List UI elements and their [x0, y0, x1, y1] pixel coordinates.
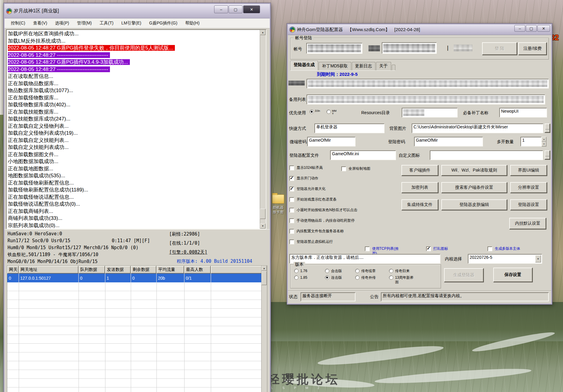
register-renew-button[interactable]: 注册/续费	[518, 42, 547, 55]
launcher-option[interactable]: 手动使用物品后，内挂自动吃药暂停	[289, 218, 383, 229]
priority-option-d3[interactable]: D3n	[310, 110, 320, 114]
checkbox-icon[interactable]	[365, 246, 370, 251]
multi-open-stepper[interactable]: ▲▼	[542, 137, 546, 146]
radio-icon[interactable]	[355, 269, 359, 273]
scroll-down-icon[interactable]: ▼	[260, 223, 265, 229]
remember-option-censored[interactable]	[454, 45, 472, 51]
login-password-input[interactable]: GameOfMir	[414, 137, 483, 146]
scrollbar-thumb[interactable]	[260, 209, 265, 219]
launcher-config-file-input[interactable]: GameOfMir.ini	[330, 150, 396, 160]
action-button[interactable]: 搜索客户端条件设置	[441, 182, 507, 193]
background-image-input[interactable]: C:\Users\Administrator\Desktop\新建文件夹\Mir…	[412, 124, 543, 133]
menu-item[interactable]: 工具(T)	[96, 19, 117, 27]
menu-item[interactable]: 管理(M)	[73, 19, 96, 27]
minimize-button[interactable]: –	[514, 25, 525, 32]
login-button[interactable]: 登 陆	[482, 42, 517, 55]
left-window-titlebar[interactable]: 岁月战神1区 [商业版] – ▢ ✕	[5, 4, 270, 18]
launcher-option[interactable]: 内挂配置文件包含服务器名称	[289, 229, 383, 239]
hook-default-settings-button[interactable]: 内挂默认设置	[509, 218, 546, 229]
version-option[interactable]: 13周年新界面	[389, 275, 436, 284]
save-settings-button[interactable]: 保存设置	[493, 268, 532, 282]
action-button[interactable]: 加密列表	[401, 182, 438, 193]
action-button[interactable]: 登陆器设置	[510, 199, 547, 210]
launcher-option[interactable]: 开始游戏显示红色进度条	[289, 197, 383, 208]
checkbox-icon[interactable]	[289, 208, 294, 213]
radio-icon[interactable]	[355, 275, 359, 280]
version-option[interactable]: 合击版	[325, 269, 355, 273]
radio-icon[interactable]	[294, 275, 298, 280]
col-header[interactable]: 剩余数据	[131, 266, 156, 274]
version-option[interactable]: 传奇续章	[355, 269, 389, 273]
col-header[interactable]: 网关	[7, 266, 19, 274]
menu-item[interactable]: 控制(C)	[7, 19, 29, 27]
desktop-folder-icon[interactable]: 群机器 放卡密	[270, 194, 287, 214]
col-header[interactable]: 队列数据	[79, 266, 105, 274]
table-scrollbar[interactable]: ▲	[261, 266, 267, 392]
server-log[interactable]: 加载IP所在地区查询插件成功... 加载LM反外挂系统成功... 2022-08…	[6, 29, 266, 229]
launcher-option[interactable]: 显示开门动作	[289, 176, 383, 187]
checkbox-icon[interactable]	[487, 246, 492, 251]
checkbox-icon[interactable]	[289, 229, 294, 234]
radio-icon[interactable]	[327, 110, 331, 114]
resource-status-field[interactable]: 东方版本库．正在读取资源，请稍后....	[289, 254, 440, 264]
col-header[interactable]: 平均流量	[156, 266, 184, 274]
version-option[interactable]: 传奇归来	[389, 269, 436, 273]
scroll-up-icon[interactable]: ▲	[260, 30, 265, 35]
col-header[interactable]: 最高人数	[184, 266, 211, 274]
generate-launcher-button[interactable]: 生成登陆器	[444, 268, 484, 282]
radio-icon[interactable]	[389, 269, 393, 273]
version-option[interactable]: 传奇外传	[355, 275, 389, 284]
custom-icon-input[interactable]	[430, 150, 543, 160]
tab-launcher-generate[interactable]: 登陆器生成	[290, 61, 318, 70]
radio-icon[interactable]	[389, 275, 393, 280]
version-option[interactable]: 连击版	[325, 275, 355, 284]
action-button[interactable]: 登陆器皮肤编辑	[441, 199, 507, 210]
menu-item[interactable]: 查看(V)	[29, 19, 51, 27]
radio-icon[interactable]	[310, 110, 314, 114]
launcher-option-fullscreen-map[interactable]: 全屏绘制地图	[341, 166, 370, 177]
server-list-input[interactable]	[307, 79, 549, 88]
action-button[interactable]: 界面UI编辑	[510, 165, 547, 176]
radio-icon[interactable]	[325, 269, 329, 273]
menu-item[interactable]: 选项(P)	[51, 19, 73, 27]
col-header[interactable]: 发送数据	[105, 266, 131, 274]
maximize-button[interactable]: ▢	[229, 5, 243, 13]
right-window-titlebar[interactable]: 神舟Gom登陆器配置器 【Www.szdlq.Com】 [2022-04-28]…	[288, 24, 551, 35]
scrollbar-thumb[interactable]	[262, 271, 267, 285]
table-row-selected[interactable]: 0 127.0.0.1:50127 0 1 0 20b 0/1	[7, 274, 267, 282]
checkbox-icon[interactable]	[289, 176, 294, 181]
checkbox-icon[interactable]	[289, 187, 294, 191]
launcher-option[interactable]: 登陆器允许最大化	[289, 187, 383, 197]
maximize-button[interactable]: ▢	[526, 25, 537, 32]
multi-open-input[interactable]: 1	[520, 137, 542, 146]
background-browse-button[interactable]: …	[545, 124, 550, 133]
action-button[interactable]: 集成特殊文件	[401, 199, 438, 210]
menu-item[interactable]: 帮助(H)	[181, 19, 203, 27]
version-option[interactable]: 1.76	[294, 269, 325, 273]
menu-item[interactable]: LM引擎(E)	[117, 19, 145, 27]
action-button[interactable]: Wil、Wzl、Pak读取规则	[441, 165, 507, 176]
checkbox-icon[interactable]	[289, 218, 294, 223]
password-input[interactable]	[382, 42, 437, 54]
menu-item[interactable]: G盾PG插件(G)	[145, 19, 181, 27]
radio-icon[interactable]	[325, 275, 329, 280]
checkbox-icon[interactable]	[426, 246, 431, 251]
checkbox-icon[interactable]	[289, 165, 294, 170]
checkbox-icon[interactable]	[289, 239, 294, 244]
checkbox-icon[interactable]	[341, 166, 346, 171]
custom-icon-browse-button[interactable]: …	[545, 150, 550, 159]
version-option[interactable]: 1.85	[294, 275, 325, 284]
shortcut-input[interactable]: 单机登录器	[314, 124, 384, 133]
tab-about[interactable]: 关于	[376, 62, 391, 70]
micro-client-password-input[interactable]: GameOfMir	[307, 137, 355, 146]
resources-dir-input[interactable]	[402, 108, 458, 117]
col-header[interactable]: 网关地址	[19, 266, 79, 274]
launcher-option[interactable]: 小退时开始按钮灰色N秒后才可以点击	[289, 208, 383, 218]
action-button[interactable]: 分辨率设置	[510, 182, 547, 193]
required-patch-input[interactable]: NewopUI	[499, 108, 547, 117]
close-button[interactable]: ✕	[243, 5, 260, 13]
priority-option-mm[interactable]: MMY	[327, 110, 338, 115]
checkbox-icon[interactable]	[289, 197, 294, 202]
backup-list-input[interactable]	[307, 95, 545, 104]
account-input[interactable]	[306, 43, 362, 54]
